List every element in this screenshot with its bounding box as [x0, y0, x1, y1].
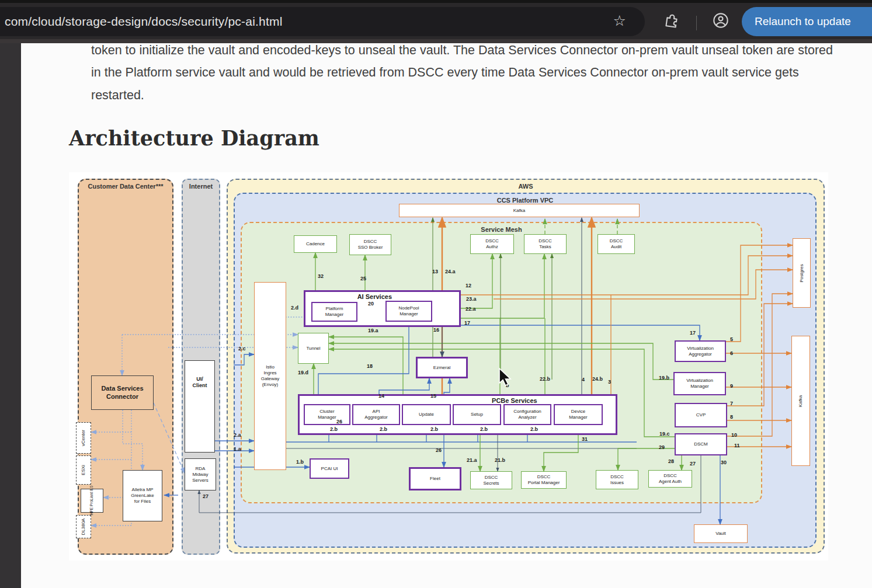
edge-label-26-29: 26 [436, 447, 442, 453]
section-heading: Architecture Diagram [69, 126, 319, 150]
node-vault: Vault [694, 524, 748, 543]
edge-label-20-9: 20 [368, 301, 374, 307]
node-label-update: Update [419, 412, 434, 417]
edge-label-14-15: 14 [378, 393, 384, 399]
edge-label-23.a-5: 23.a [466, 296, 477, 302]
edge [727, 294, 793, 436]
edge-label-21.a-30: 21.a [467, 457, 477, 463]
edge-label-27-35: 27 [203, 493, 209, 499]
node-hpe-proliant: HPE ProLiant 8.0 [81, 489, 103, 513]
node-label-kafka-right: Kafka [798, 395, 804, 406]
node-label-kafka-bus: Kafka [513, 208, 525, 214]
edge [123, 410, 143, 470]
architecture-diagram: Customer Data Center***InternetAWSCCS Pl… [69, 172, 828, 561]
edge-label-21.b-31: 21.b [495, 457, 505, 463]
node-label-cvp: CVP [696, 412, 706, 418]
node-alletra-mp-greenlake: Alletra MP GreenLake for Files [123, 470, 162, 521]
profile-icon[interactable] [713, 12, 729, 29]
window-edge [0, 36, 21, 588]
edge-label-32-0: 32 [318, 273, 324, 279]
node-label-dscc-tasks: DSCC Tasks [539, 238, 552, 250]
edge-label-19.b-38: 19.b [659, 375, 669, 381]
node-label-dscc-agent-auth: DSCC Agent Auth [659, 473, 682, 485]
edge-label-3-20: 3 [608, 379, 611, 385]
node-dscm: DSCM [675, 433, 727, 455]
node-update: Update [402, 404, 451, 425]
edge-label-11-45: 11 [734, 443, 740, 448]
edge-label-22.a-6: 22.a [465, 306, 476, 312]
edge [154, 403, 185, 473]
edge-label-17-7: 17 [464, 320, 470, 326]
node-data-services-connector: Data Services Connector [91, 375, 154, 410]
relaunch-button[interactable]: Relaunch to update [742, 7, 872, 36]
node-api-aggregator: API Aggregator [352, 404, 400, 425]
node-configuration-analyzer: Configuration Analyzer [503, 404, 551, 425]
node-label-dscc-portal-manager: DSCC Portal Manager [528, 474, 560, 486]
url-text: com/cloud/storage-design/docs/security/p… [5, 15, 283, 29]
edge [727, 304, 793, 406]
edge-label-22.b-17: 22.b [540, 376, 550, 382]
node-platform-manager: Platform Manager [311, 302, 357, 322]
node-label-fleet: Fleet [430, 476, 440, 482]
node-virtualization-aggregator: Virtualization Aggregator [675, 340, 726, 362]
browser-toolbar: com/cloud/storage-design/docs/security/p… [0, 0, 872, 43]
node-virtualization-manager: Virtualization Manager [673, 372, 726, 395]
edge-label-2.b-25: 2.b [480, 426, 488, 432]
node-label-hpe-proliant: HPE ProLiant 8.0 [89, 486, 94, 515]
edge-label-19.c-42: 19.c [659, 431, 670, 437]
node-label-ui-client: UI/ Client [192, 376, 207, 389]
edge-label-31-28: 31 [582, 436, 588, 442]
edge-label-9-39: 9 [730, 383, 733, 389]
edge-label-2.c-14: 2.c [238, 346, 246, 352]
edge-label-7-40: 7 [730, 401, 733, 406]
edge-label-10-44: 10 [731, 432, 737, 438]
edge-label-17-49: 17 [690, 330, 696, 336]
node-fleet: Fleet [409, 467, 461, 490]
edge-label-26-27: 26 [336, 419, 342, 425]
node-label-device-manager: Device Manager [569, 409, 588, 420]
node-setup: Setup [453, 404, 501, 425]
edge-label-6-37: 6 [730, 350, 733, 356]
node-label-dscc-secrets: DSCC Secrets [483, 475, 499, 486]
node-istio-ingress-gateway: Istio Ingres Gateway (Envoy) [254, 282, 286, 470]
node-dl380a: DL380A [76, 515, 91, 538]
node-label-pcai-ui: PCAI UI [321, 466, 338, 472]
node-ui-client: UI/ Client [185, 360, 215, 453]
edge-label-2.b-26: 2.b [530, 426, 538, 432]
node-dscc-portal-manager: DSCC Portal Manager [521, 471, 567, 489]
node-label-rda-midway-servers: RDA Midway Servers [192, 466, 209, 483]
node-pcai-ui: PCAI UI [310, 458, 349, 479]
node-label-virtualization-manager: Virtualization Manager [686, 378, 713, 389]
node-dscc-issues: DSCC Issues [596, 470, 638, 489]
node-label-dscc-issues: DSCC Issues [610, 474, 624, 486]
bookmark-star-icon[interactable]: ☆ [613, 12, 626, 29]
body-paragraph: token to initialize the vault and encode… [91, 39, 835, 106]
edge-label-1.a-34: 1.a [234, 446, 241, 452]
node-label-virtualization-aggregator: Virtualization Aggregator [687, 346, 714, 357]
toolbar-divider [696, 16, 697, 30]
node-label-istio-ingress-gateway: Istio Ingres Gateway (Envoy) [261, 364, 280, 388]
edge [461, 325, 700, 340]
edge-label-15-16: 15 [430, 393, 436, 399]
node-label-configuration-analyzer: Configuration Analyzer [513, 409, 541, 420]
edge [461, 256, 793, 295]
edge-label-12-4: 12 [465, 283, 471, 288]
node-label-alletra-mp-greenlake: Alletra MP GreenLake for Files [131, 487, 154, 505]
edge-label-4-18: 4 [582, 377, 585, 382]
node-label-setup: Setup [471, 412, 483, 417]
edge-label-13-2: 13 [432, 269, 438, 274]
edge-label-28-46: 28 [668, 458, 674, 464]
address-bar[interactable]: com/cloud/storage-design/docs/security/p… [0, 7, 645, 36]
node-cluster-manager: Cluster Manager [304, 404, 350, 425]
edge-label-2.b-22: 2.b [330, 426, 338, 432]
node-label-dscm: DSCM [694, 441, 708, 447]
extensions-icon[interactable] [663, 12, 680, 29]
node-label-platform-manager: Platform Manager [325, 306, 344, 318]
node-cadence: Cadence [294, 235, 337, 253]
node-label-cluster-manager: Cluster Manager [318, 409, 336, 420]
node-label-dscc-sso-broker: DSCC SSO Broker [358, 239, 383, 250]
node-dscc-secrets: DSCC Secrets [470, 471, 512, 489]
node-kafka-bus: Kafka [399, 204, 640, 217]
node-label-dscc-audit: DSCC Audit [610, 238, 623, 250]
node-dscc-tasks: DSCC Tasks [524, 234, 567, 254]
